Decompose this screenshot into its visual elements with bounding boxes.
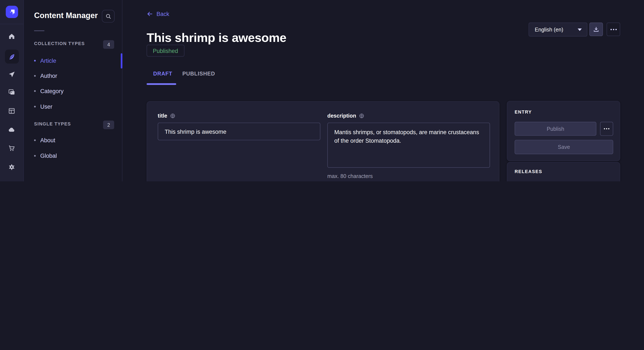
title-field-label: title bbox=[158, 112, 320, 119]
subnav-item-label: Author bbox=[40, 72, 57, 79]
status-badge: Published bbox=[146, 45, 184, 57]
download-icon bbox=[593, 26, 600, 33]
subnav-item-label: User bbox=[40, 103, 52, 110]
subnav-item-global[interactable]: Global bbox=[34, 151, 116, 160]
sidebar-item-home[interactable] bbox=[5, 29, 19, 43]
sidebar-item-content-manager[interactable] bbox=[5, 49, 19, 64]
strapi-logo[interactable] bbox=[6, 6, 18, 18]
search-icon bbox=[105, 13, 112, 19]
gear-icon bbox=[8, 163, 16, 171]
description-textarea[interactable]: Mantis shrimps, or stomatopods, are mari… bbox=[327, 123, 490, 168]
bullet-icon bbox=[34, 106, 36, 108]
publish-button[interactable]: Publish bbox=[514, 122, 596, 136]
arrow-left-icon bbox=[146, 11, 153, 17]
active-tab-indicator bbox=[146, 83, 176, 85]
globe-icon bbox=[170, 113, 176, 118]
content-manager-subnav: Content Manager COLLECTION TYPES 4 Artic… bbox=[24, 0, 122, 181]
subnav-item-label: About bbox=[40, 137, 55, 144]
field-description: description Mantis shrimps, or stomatopo… bbox=[327, 112, 490, 179]
subnav-item-label: Category bbox=[40, 88, 64, 94]
subnav-item-category[interactable]: Category bbox=[34, 87, 116, 95]
locale-select[interactable]: English (en) bbox=[528, 22, 587, 37]
locale-selected-value: English (en) bbox=[535, 26, 563, 32]
title-input[interactable] bbox=[158, 123, 320, 140]
globe-icon bbox=[359, 113, 364, 118]
sidebar-item-marketplace[interactable] bbox=[5, 141, 19, 155]
single-types-label: SINGLE TYPES bbox=[34, 121, 71, 126]
back-label: Back bbox=[156, 11, 169, 17]
subnav-item-article[interactable]: Article bbox=[34, 56, 116, 65]
subnav-divider bbox=[34, 30, 44, 31]
main-nav-rail: KD bbox=[0, 0, 24, 181]
rail-divider bbox=[0, 24, 24, 24]
releases-panel: RELEASES Will be published in Spring Sum… bbox=[507, 162, 620, 181]
description-field-label: description bbox=[327, 112, 490, 119]
bullet-icon bbox=[34, 75, 36, 77]
tab-draft[interactable]: DRAFT bbox=[153, 71, 172, 77]
collection-types-count: 4 bbox=[103, 40, 114, 49]
export-button[interactable] bbox=[589, 22, 603, 36]
field-label-text: title bbox=[158, 113, 168, 119]
more-dots-icon bbox=[604, 128, 610, 130]
subnav-title: Content Manager bbox=[34, 11, 98, 20]
field-label-text: description bbox=[327, 113, 356, 119]
entry-more-button[interactable] bbox=[600, 122, 613, 136]
strapi-logo-mark bbox=[6, 6, 18, 18]
save-button[interactable]: Save bbox=[514, 140, 613, 154]
releases-panel-heading: RELEASES bbox=[514, 169, 542, 174]
search-button[interactable] bbox=[102, 10, 114, 22]
bullet-icon bbox=[34, 60, 36, 62]
subnav-scrollbar-thumb[interactable] bbox=[121, 53, 122, 68]
app-window: KD Content Manager COLLECTION TYPES 4 Ar… bbox=[0, 0, 644, 181]
description-hint: max. 80 characters bbox=[327, 173, 490, 179]
back-link[interactable]: Back bbox=[146, 11, 169, 17]
bullet-icon bbox=[34, 140, 36, 141]
subnav-item-author[interactable]: Author bbox=[34, 71, 116, 80]
entry-form-card: title description Mantis shrimps, or sto… bbox=[146, 101, 500, 181]
more-dots-icon bbox=[610, 28, 617, 30]
chevron-down-icon bbox=[578, 28, 582, 31]
bullet-icon bbox=[34, 155, 36, 157]
cloud-icon bbox=[8, 126, 16, 134]
entry-panel: ENTRY Publish Save bbox=[507, 101, 620, 161]
subnav-item-label: Article bbox=[40, 57, 56, 64]
home-icon bbox=[8, 32, 16, 40]
header-more-button[interactable] bbox=[606, 22, 620, 36]
paper-plane-icon bbox=[8, 70, 16, 78]
field-title: title bbox=[158, 112, 320, 140]
entry-panel-heading: ENTRY bbox=[514, 110, 532, 114]
sidebar-item-settings[interactable] bbox=[5, 160, 19, 174]
subnav-item-user[interactable]: User bbox=[34, 102, 116, 111]
sidebar-item-content-type-builder[interactable] bbox=[5, 104, 19, 118]
single-types-count: 2 bbox=[103, 121, 114, 129]
feather-icon bbox=[8, 53, 16, 61]
subnav-item-label: Global bbox=[40, 153, 57, 159]
sidebar-item-deploy[interactable] bbox=[5, 123, 19, 137]
sidebar-item-media-library[interactable] bbox=[5, 85, 19, 99]
page-title: This shrimp is awesome bbox=[146, 31, 286, 45]
media-library-icon bbox=[8, 88, 16, 96]
tab-published[interactable]: PUBLISHED bbox=[182, 71, 215, 77]
sidebar-item-transfer[interactable] bbox=[5, 67, 19, 81]
bullet-icon bbox=[34, 90, 36, 92]
subnav-item-about[interactable]: About bbox=[34, 136, 116, 145]
collection-types-label: COLLECTION TYPES bbox=[34, 41, 85, 46]
layout-icon bbox=[8, 107, 16, 115]
shopping-cart-icon bbox=[8, 144, 16, 152]
